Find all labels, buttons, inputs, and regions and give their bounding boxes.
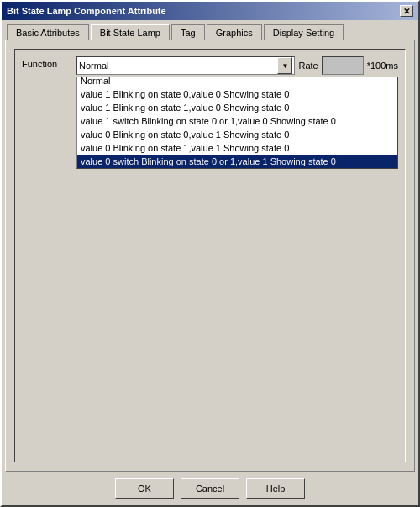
- tab-bit-state-lamp[interactable]: Bit State Lamp: [91, 24, 170, 40]
- function-row: Function Normal ▼ Rate *100ms: [22, 56, 398, 169]
- rate-unit: *100ms: [367, 61, 398, 71]
- top-controls: Normal ▼ Rate *100ms: [76, 56, 398, 75]
- dropdown-item[interactable]: value 1 Blinking on state 0,value 0 Show…: [77, 87, 397, 101]
- tab-content-area: Function Normal ▼ Rate *100ms: [5, 40, 415, 472]
- tab-basic-attributes[interactable]: Basic Attributes: [7, 24, 89, 40]
- ok-button[interactable]: OK: [115, 478, 174, 499]
- dropdown-item[interactable]: value 0 switch Blinking on state 0 or 1,…: [77, 155, 397, 168]
- function-dropdown-list[interactable]: Normalvalue 1 Blinking on state 0,value …: [76, 77, 398, 169]
- button-bar: OK Cancel Help: [2, 472, 418, 505]
- select-value: Normal: [79, 61, 108, 71]
- close-button[interactable]: ✕: [400, 5, 413, 17]
- tab-tag[interactable]: Tag: [171, 24, 205, 40]
- rate-input[interactable]: [322, 56, 364, 75]
- dropdown-item[interactable]: value 0 Blinking on state 1,value 1 Show…: [77, 141, 397, 155]
- dropdown-item[interactable]: value 1 switch Blinking on state 0 or 1,…: [77, 114, 397, 128]
- rate-label: Rate: [298, 61, 318, 71]
- dropdown-item[interactable]: value 0 Blinking on state 0,value 1 Show…: [77, 128, 397, 141]
- dropdown-item[interactable]: Normal: [77, 77, 397, 87]
- help-button[interactable]: Help: [246, 478, 305, 499]
- dropdown-item[interactable]: value 1 Blinking on state 1,value 0 Show…: [77, 101, 397, 114]
- tab-graphics[interactable]: Graphics: [207, 24, 262, 40]
- tab-bar: Basic Attributes Bit State Lamp Tag Grap…: [2, 20, 418, 40]
- main-window: Bit State Lamp Component Attribute ✕ Bas…: [0, 0, 420, 507]
- function-label: Function: [22, 56, 76, 69]
- tab-display-setting[interactable]: Display Setting: [264, 24, 344, 40]
- function-select[interactable]: Normal ▼: [76, 56, 295, 75]
- dropdown-arrow-icon[interactable]: ▼: [277, 57, 292, 74]
- title-bar: Bit State Lamp Component Attribute ✕: [2, 2, 418, 20]
- cancel-button[interactable]: Cancel: [181, 478, 239, 499]
- function-controls: Normal ▼ Rate *100ms Normalvalue 1 Blink…: [76, 56, 398, 169]
- content-border: Function Normal ▼ Rate *100ms: [14, 49, 406, 462]
- window-title: Bit State Lamp Component Attribute: [7, 6, 166, 16]
